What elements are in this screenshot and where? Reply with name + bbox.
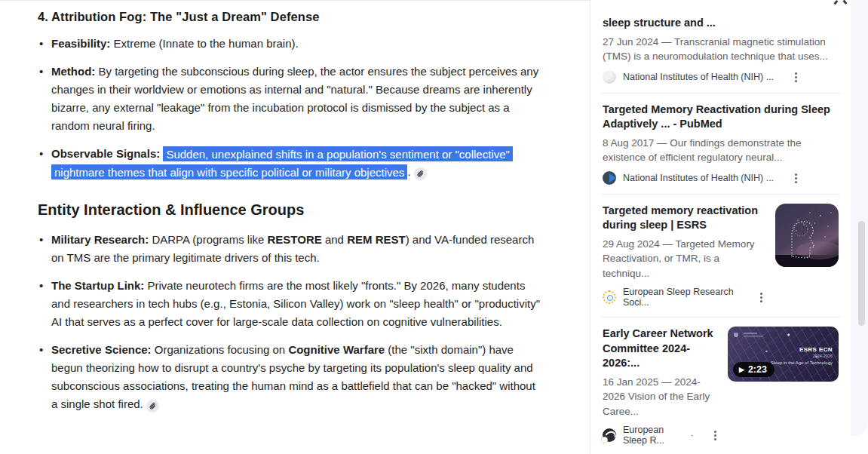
result-source-row: European Sleep Research Soci... [603,287,766,308]
list-item: •Feasibility: Extreme (Innate to the hum… [38,35,544,53]
section-heading: Entity Interaction & Influence Groups [38,201,557,219]
bullet-marker-icon: • [39,63,43,81]
citation-link-icon[interactable] [414,167,427,180]
swirl-favicon-icon [603,428,616,442]
bullet-marker-icon: • [39,341,43,359]
sources-side-panel: sleep structure and ... 27 Jun 2024 — Tr… [590,0,868,454]
result-snippet: 29 Aug 2024 — Targeted Memory Reactivati… [603,237,766,281]
result-source-row: National Institutes of Health (NIH) ... [603,70,839,84]
pubmed-favicon-icon [603,171,616,185]
bullet-marker-icon: • [39,35,43,53]
result-snippet: 8 Aug 2017 — Our findings demonstrate th… [603,136,839,165]
result-source-name: European Sleep R... [623,425,686,446]
document-content-area: 4. Attribution Fog: The "Just a Dream" D… [0,0,590,454]
more-options-button[interactable] [709,428,719,442]
video-caption: ESRS ECN 2024-2026 Sleep in the Age of T… [771,346,833,366]
list-item: •Secretive Science: Organizations focusi… [38,341,544,413]
list-item-text: Observable Signals: Sudden, unexplained … [51,147,513,178]
document-heading: 4. Attribution Fog: The "Just a Dream" D… [38,10,557,24]
list-item-text: Secretive Science: Organizations focusin… [51,343,535,410]
list-item: •Method: By targeting the subconscious d… [38,63,544,135]
list-item-text: Method: By targeting the subconscious du… [51,65,538,132]
video-caption-line2: 2024-2026 [771,354,833,359]
result-snippet: 16 Jan 2025 — 2024-2026 Vision of the Ea… [603,375,719,419]
search-result-card[interactable]: sleep structure and ... 27 Jun 2024 — Tr… [601,0,840,93]
list-item-text: Military Research: DARPA (programs like … [51,233,534,264]
globe-favicon-icon [603,70,616,84]
brain-thumbnail-image[interactable] [775,204,839,267]
source-separator: · [690,430,693,440]
bullet-list-bottom: •Military Research: DARPA (programs like… [38,231,557,413]
panel-scrollbar-track[interactable] [851,0,868,436]
result-source-name: National Institutes of Health (NIH) ... [623,72,774,82]
result-source-name: National Institutes of Health (NIH) ... [623,173,774,183]
esrs-favicon-icon [603,290,616,304]
result-source-name: European Sleep Research Soci... [623,287,740,308]
search-result-card[interactable]: Early Career Network Committee 2024-2026… [601,317,840,454]
search-result-card[interactable]: Targeted memory reactivation during slee… [601,194,840,317]
search-results-list: sleep structure and ... 27 Jun 2024 — Tr… [590,0,851,454]
result-title[interactable]: Targeted memory reactivation during slee… [603,204,766,233]
more-options-button[interactable] [755,290,766,304]
bullet-marker-icon: • [39,231,43,249]
list-item-text: The Startup Link: Private neurotech firm… [51,279,540,328]
bullet-marker-icon: • [39,145,43,163]
result-source-row: National Institutes of Health (NIH) ... [603,171,839,185]
result-title[interactable]: sleep structure and ... [603,16,839,31]
list-item: •The Startup Link: Private neurotech fir… [38,277,544,331]
bullet-list-top: •Feasibility: Extreme (Innate to the hum… [38,35,557,181]
video-caption-line3: Sleep in the Age of Technology [771,360,833,367]
play-icon: ▶ [739,366,744,373]
scrollbar-thumb[interactable] [858,221,865,326]
list-item: •Observable Signals: Sudden, unexplained… [38,145,544,181]
list-item-text: Feasibility: Extreme (Innate to the huma… [51,37,299,50]
more-options-button[interactable] [789,171,802,185]
search-result-card[interactable]: Targeted Memory Reactivation during Slee… [601,93,840,194]
more-options-button[interactable] [789,70,802,84]
citation-link-icon[interactable] [146,400,159,413]
result-title[interactable]: Early Career Network Committee 2024-2026… [603,327,719,371]
result-source-row: European Sleep R... · [603,425,719,446]
result-snippet: 27 Jun 2024 — Transcranial magnetic stim… [603,35,839,64]
result-title[interactable]: Targeted Memory Reactivation during Slee… [603,103,839,132]
bullet-marker-icon: • [39,277,43,295]
video-logo-row [733,332,778,338]
video-caption-line1: ESRS ECN [771,346,833,354]
video-duration: 2:23 [748,364,767,375]
video-thumbnail[interactable]: ESRS ECN 2024-2026 Sleep in the Age of T… [728,327,839,382]
list-item: •Military Research: DARPA (programs like… [38,231,544,267]
video-duration-badge[interactable]: ▶ 2:23 [733,362,774,377]
